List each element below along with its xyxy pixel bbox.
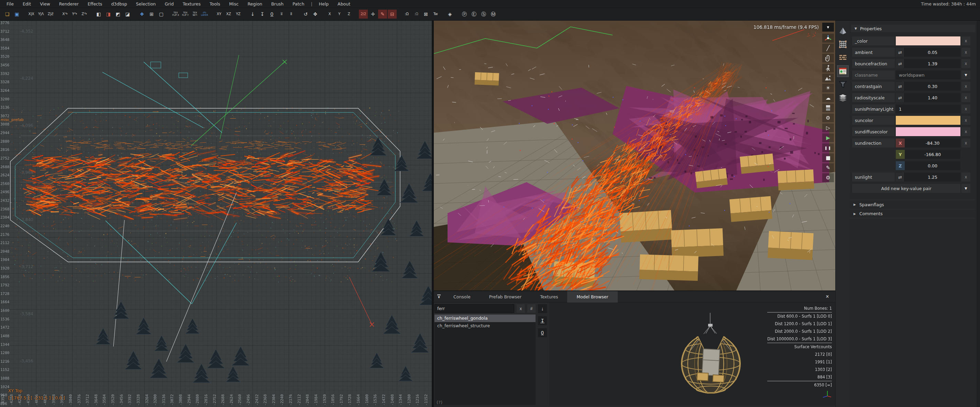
view-xz-icon[interactable]: XZ	[224, 10, 233, 19]
filter-models-icon[interactable]: Ⓜ	[489, 10, 498, 19]
free-scale-icon[interactable]: ✥	[311, 10, 320, 19]
remove-sunisprimarylight-button[interactable]: x	[961, 105, 970, 113]
sundiffusecolor-swatch[interactable]	[896, 127, 960, 136]
flip-z-icon[interactable]: Z|Ƨ	[46, 10, 55, 19]
texture-paint-icon[interactable]: ✎	[378, 10, 387, 19]
menu-tools[interactable]: Tools	[205, 2, 225, 6]
render-gear-icon[interactable]: ⚙	[822, 173, 834, 182]
drop-icon[interactable]: ↓	[248, 10, 257, 19]
play-icon[interactable]: ▷	[822, 123, 834, 132]
axis-y-icon[interactable]: Y	[335, 10, 344, 19]
remove-ambient-button[interactable]: x	[961, 48, 970, 57]
clip-mode-icon[interactable]: 2/2	[359, 10, 368, 19]
slope-icon[interactable]: ╱	[822, 44, 834, 52]
section-spawnflags[interactable]: ▶ Spawnflags	[850, 200, 975, 209]
classname-dropdown-button[interactable]: ▼	[961, 70, 970, 79]
properties-scrollbar[interactable]	[977, 21, 980, 407]
split-view-icon[interactable]	[822, 103, 834, 113]
hash-filter-button[interactable]: #	[527, 304, 536, 313]
layer-cycle-icon[interactable]: ↺↻ LAYER	[200, 10, 209, 19]
view-xy-icon[interactable]: XY	[215, 10, 223, 19]
brushes-icon[interactable]	[837, 52, 848, 63]
properties-header[interactable]: ▼ Properties	[851, 25, 975, 32]
rotate-x-icon[interactable]: X↷	[60, 10, 70, 19]
menu-file[interactable]: File	[2, 2, 18, 6]
tex-flip-y-icon[interactable]: TEX FLIP Y	[181, 10, 190, 19]
filter-funnel-icon[interactable]	[837, 79, 848, 90]
vertex-mode-icon[interactable]: ❖	[137, 10, 146, 19]
play-here-icon[interactable]: ▶	[822, 134, 834, 142]
load-lod-icon[interactable]: ↧	[538, 316, 547, 325]
remove-sunlight-button[interactable]: x	[961, 173, 970, 181]
viewport-3d-canvas[interactable]	[434, 21, 835, 291]
remove-suncolor-button[interactable]: x	[961, 116, 970, 125]
image-icon[interactable]	[822, 73, 834, 83]
tex-rotate-90-icon[interactable]: TEX 90↷	[191, 10, 199, 19]
menu-help[interactable]: Help	[315, 2, 333, 6]
axis-x-icon[interactable]: X	[325, 10, 334, 19]
swap-arrows-icon[interactable]: ⇄	[896, 48, 905, 57]
add-key-value-button[interactable]: Add new key-value pair	[852, 184, 960, 193]
rotate-y-icon[interactable]: Y↷	[70, 10, 79, 19]
swap-arrows-icon[interactable]: ⇄	[896, 93, 905, 102]
remove-contrastgain-button[interactable]: x	[961, 82, 970, 91]
menu-patch[interactable]: Patch	[288, 2, 309, 6]
load-model-icon[interactable]: ↓	[538, 304, 547, 313]
attach-icon[interactable]	[822, 54, 834, 62]
flip-y-icon[interactable]: Y|Ʌ	[37, 10, 45, 19]
rotate-z-icon[interactable]: Z↷	[80, 10, 89, 19]
duplicate-brush-icon[interactable]: ◩	[113, 10, 123, 19]
remove-sundiffusecolor-button[interactable]: x	[961, 127, 970, 136]
remove-radiosityscale-button[interactable]: x	[961, 93, 970, 102]
free-rotate-icon[interactable]: ↺	[301, 10, 310, 19]
color-swatch[interactable]	[896, 37, 960, 45]
help-label[interactable]: (?)	[436, 400, 442, 405]
add-dropdown-button[interactable]: ▼	[961, 184, 970, 193]
pause-icon[interactable]: ❚❚	[822, 143, 834, 152]
zero-origin-icon[interactable]: 0	[267, 10, 276, 19]
view-menu-button[interactable]: ▼	[822, 23, 834, 32]
flip-x-icon[interactable]: X|X	[27, 10, 36, 19]
viewport-3d[interactable]: 106.818 ms/frame (9.4 FPS) ▼ ╱	[434, 21, 835, 291]
cloud-icon[interactable]: ☁	[822, 94, 834, 102]
model-list-item[interactable]: ch_ferriswheel_structure	[434, 322, 536, 330]
save-icon[interactable]: ▣	[13, 10, 21, 19]
menu-textures[interactable]: Textures	[178, 2, 205, 6]
menu-edit[interactable]: Edit	[18, 2, 35, 6]
menu-grid[interactable]: Grid	[160, 2, 178, 6]
copy-brush-icon[interactable]: ◧	[94, 10, 103, 19]
menu-region[interactable]: Region	[243, 2, 267, 6]
filter-prefabs-icon[interactable]: Ⓟ	[460, 10, 469, 19]
select-touching-icon[interactable]: ◪	[123, 10, 132, 19]
weld-icon[interactable]: ïï	[277, 10, 286, 19]
drag-axis-icon[interactable]: ✛	[369, 10, 377, 19]
tab-console[interactable]: Console	[444, 291, 480, 302]
gizmo-icon[interactable]	[822, 34, 834, 43]
menu-view[interactable]: View	[35, 2, 55, 6]
sun-icon[interactable]: ☀	[822, 84, 834, 92]
entity-browser-icon[interactable]	[837, 66, 848, 77]
menu-brush[interactable]: Brush	[267, 2, 288, 6]
model-search-input[interactable]	[434, 304, 514, 313]
layers-icon[interactable]	[837, 92, 848, 103]
cube-view-icon[interactable]: ◈	[445, 10, 454, 19]
filter-entities-icon[interactable]: Ⓔ	[469, 10, 479, 19]
toggle-tw-icon[interactable]: Tw	[431, 10, 440, 19]
grid-add-icon[interactable]: ⊞	[147, 10, 156, 19]
reset-zero-icon[interactable]: 0	[538, 328, 547, 337]
edit-icon[interactable]: ✎	[822, 163, 834, 172]
patch-grid-icon[interactable]	[837, 39, 848, 50]
model-preview[interactable]: Num Bones: 1 Dist 600.0 - Surfs 1 [LOD 0…	[549, 302, 835, 407]
drop-to-floor-icon[interactable]: ↧	[258, 10, 267, 19]
menu-about[interactable]: About	[333, 2, 355, 6]
settings-gear-icon[interactable]: ⚙	[822, 113, 834, 122]
section-comments[interactable]: ▶ Comments	[850, 209, 975, 218]
model-list[interactable]: ch_ferriswheel_gondolach_ferriswheel_str…	[434, 315, 536, 405]
weld-add-icon[interactable]: ïl	[287, 10, 296, 19]
menu-misc[interactable]: Misc	[225, 2, 243, 6]
texture-pick-icon[interactable]: ⊟	[388, 10, 397, 19]
menu-effects[interactable]: Effects	[83, 2, 107, 6]
swap-arrows-icon[interactable]: ⇄	[896, 173, 905, 181]
filter-script-icon[interactable]: Ⓢ	[479, 10, 488, 19]
view-yz-icon[interactable]: YZ	[234, 10, 243, 19]
